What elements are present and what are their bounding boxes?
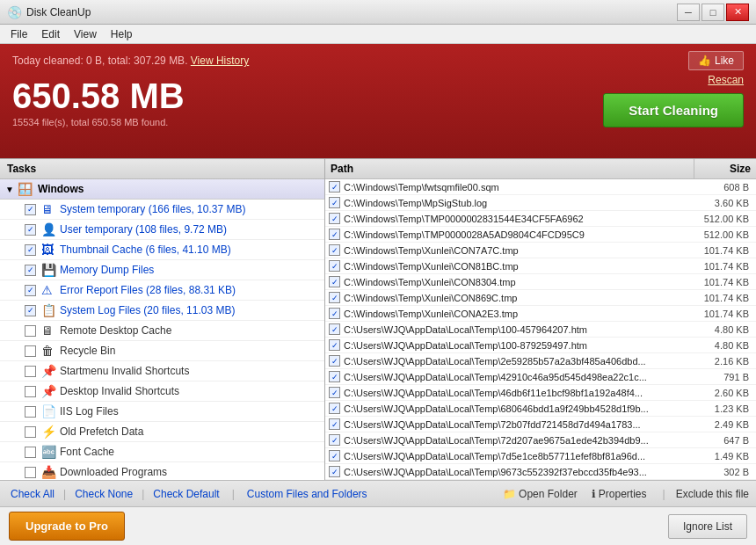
file-checkbox[interactable]: ✓	[329, 244, 340, 256]
file-row[interactable]: ✓C:\Windows\Temp\TMP0000028A5AD9804C4FCD…	[325, 227, 756, 243]
task-checkbox[interactable]: ✓	[25, 204, 36, 215]
task-item[interactable]: ✓🖼Thumbnail Cache (6 files, 41.10 MB)	[0, 240, 324, 260]
file-checkbox[interactable]: ✓	[329, 197, 340, 208]
open-folder-button[interactable]: 📁 Open Folder	[498, 486, 583, 502]
file-checkbox[interactable]: ✓	[329, 260, 340, 272]
menu-file[interactable]: File	[4, 26, 34, 42]
task-checkbox[interactable]: ✓	[25, 305, 36, 316]
file-checkbox[interactable]: ✓	[329, 181, 340, 193]
task-type-icon: 🖥	[41, 202, 55, 216]
file-checkbox[interactable]: ✓	[329, 434, 340, 446]
ignore-list-button[interactable]: Ignore List	[668, 514, 747, 539]
file-checkbox[interactable]: ✓	[329, 355, 340, 367]
file-row[interactable]: ✓C:\Users\WJQ\AppData\Local\Temp\2e59285…	[325, 353, 756, 369]
exclude-file-button[interactable]: Exclude this file	[676, 488, 749, 500]
file-row[interactable]: ✓C:\Users\WJQ\AppData\Local\Temp\72d207a…	[325, 432, 756, 448]
tasks-list[interactable]: ▼ 🪟 Windows ✓🖥System temporary (166 file…	[0, 179, 324, 480]
file-checkbox[interactable]: ✓	[329, 323, 340, 335]
file-path: C:\Windows\Temp\Xunlei\CON8304.tmp	[344, 277, 691, 287]
file-checkbox[interactable]: ✓	[329, 276, 340, 287]
file-checkbox[interactable]: ✓	[329, 339, 340, 351]
file-checkbox[interactable]: ✓	[329, 403, 340, 414]
task-item[interactable]: 🗑Recycle Bin	[0, 341, 324, 361]
files-list[interactable]: ✓C:\Windows\Temp\fwtsqmfile00.sqm608 B✓C…	[325, 179, 756, 480]
task-checkbox[interactable]: ✓	[25, 265, 36, 276]
file-checkbox[interactable]: ✓	[329, 418, 340, 430]
close-button[interactable]: ✕	[726, 4, 749, 21]
file-row[interactable]: ✓C:\Windows\Temp\MpSigStub.log3.60 KB	[325, 195, 756, 211]
task-type-icon: 📋	[41, 303, 55, 317]
file-checkbox[interactable]: ✓	[329, 387, 340, 398]
task-item[interactable]: ✓⚠Error Report Files (28 files, 88.31 KB…	[0, 280, 324, 301]
file-checkbox[interactable]: ✓	[329, 292, 340, 303]
task-item[interactable]: ✓📋System Log Files (20 files, 11.03 MB)	[0, 301, 324, 321]
task-item[interactable]: 🖥Remote Desktop Cache	[0, 321, 324, 341]
bottom-toolbar: Check All | Check None | Check Default |…	[0, 480, 756, 506]
task-checkbox[interactable]	[25, 406, 36, 418]
file-checkbox[interactable]: ✓	[329, 213, 340, 224]
file-path: C:\Users\WJQ\AppData\Local\Temp\7d5e1ce8…	[344, 451, 691, 461]
task-label: Thumbnail Cache (6 files, 41.10 MB)	[60, 243, 231, 256]
check-all-button[interactable]: Check All	[7, 486, 58, 502]
task-checkbox[interactable]: ✓	[25, 244, 36, 256]
file-row[interactable]: ✓C:\Users\WJQ\AppData\Local\Temp\72b07fd…	[325, 417, 756, 432]
menu-edit[interactable]: Edit	[34, 26, 67, 42]
start-cleaning-button[interactable]: Start Cleaning	[603, 93, 744, 127]
file-row[interactable]: ✓C:\Windows\Temp\Xunlei\CON8304.tmp101.7…	[325, 274, 756, 290]
task-checkbox[interactable]	[25, 366, 36, 377]
upgrade-to-pro-button[interactable]: Upgrade to Pro	[9, 512, 125, 541]
custom-files-button[interactable]: Custom Files and Folders	[244, 486, 371, 502]
task-checkbox[interactable]	[25, 426, 36, 438]
file-row[interactable]: ✓C:\Windows\Temp\Xunlei\CON7A7C.tmp101.7…	[325, 243, 756, 258]
task-checkbox[interactable]: ✓	[25, 285, 36, 296]
task-checkbox[interactable]	[25, 325, 36, 337]
file-row[interactable]: ✓C:\Users\WJQ\AppData\Local\Temp\9673c55…	[325, 464, 756, 480]
file-checkbox[interactable]: ✓	[329, 450, 340, 461]
task-category-windows[interactable]: ▼ 🪟 Windows	[0, 179, 324, 200]
task-type-icon: 📌	[41, 364, 55, 378]
file-row[interactable]: ✓C:\Users\WJQ\AppData\Local\Temp\42910c4…	[325, 369, 756, 385]
minimize-button[interactable]: ─	[677, 4, 700, 21]
task-checkbox[interactable]	[25, 447, 36, 458]
file-row[interactable]: ✓C:\Windows\Temp\Xunlei\CONA2E3.tmp101.7…	[325, 306, 756, 322]
file-row[interactable]: ✓C:\Windows\Temp\Xunlei\CON81BC.tmp101.7…	[325, 258, 756, 274]
task-item[interactable]: 📄IIS Log Files	[0, 402, 324, 422]
task-item[interactable]: 🔤Font Cache	[0, 442, 324, 462]
menu-view[interactable]: View	[67, 26, 104, 42]
file-path: C:\Windows\Temp\MpSigStub.log	[344, 198, 691, 208]
task-item[interactable]: 📌Startmenu Invalid Shortcuts	[0, 361, 324, 382]
task-item[interactable]: ✓🖥System temporary (166 files, 10.37 MB)	[0, 200, 324, 220]
view-history-link[interactable]: View History	[191, 54, 249, 67]
file-checkbox[interactable]: ✓	[329, 371, 340, 382]
check-none-button[interactable]: Check None	[71, 486, 136, 502]
file-row[interactable]: ✓C:\Users\WJQ\AppData\Local\Temp\7d5e1ce…	[325, 448, 756, 464]
menu-help[interactable]: Help	[104, 26, 140, 42]
check-default-button[interactable]: Check Default	[149, 486, 222, 502]
file-size: 4.80 KB	[691, 340, 752, 351]
task-checkbox[interactable]	[25, 386, 36, 397]
task-item[interactable]: ✓💾Memory Dump Files	[0, 260, 324, 280]
file-row[interactable]: ✓C:\Users\WJQ\AppData\Local\Temp\100-457…	[325, 322, 756, 338]
file-size: 302 B	[691, 467, 752, 477]
rescan-button[interactable]: Rescan	[708, 74, 744, 86]
task-item[interactable]: 📌Desktop Invalid Shortcuts	[0, 382, 324, 402]
file-row[interactable]: ✓C:\Users\WJQ\AppData\Local\Temp\100-879…	[325, 338, 756, 353]
tasks-header: Tasks	[0, 159, 324, 179]
file-row[interactable]: ✓C:\Users\WJQ\AppData\Local\Temp\46db6f1…	[325, 385, 756, 401]
file-checkbox[interactable]: ✓	[329, 466, 340, 477]
file-row[interactable]: ✓C:\Windows\Temp\Xunlei\CON869C.tmp101.7…	[325, 290, 756, 306]
file-checkbox[interactable]: ✓	[329, 229, 340, 240]
task-checkbox[interactable]: ✓	[25, 224, 36, 236]
file-row[interactable]: ✓C:\Users\WJQ\AppData\Local\Temp\680646b…	[325, 401, 756, 417]
file-row[interactable]: ✓C:\Windows\Temp\fwtsqmfile00.sqm608 B	[325, 179, 756, 195]
like-button[interactable]: 👍 Like	[688, 51, 744, 70]
task-checkbox[interactable]	[25, 345, 36, 357]
task-item[interactable]: ✓👤User temporary (108 files, 9.72 MB)	[0, 220, 324, 240]
file-checkbox[interactable]: ✓	[329, 308, 340, 319]
task-checkbox[interactable]	[25, 467, 36, 478]
properties-button[interactable]: ℹ Properties	[586, 486, 652, 502]
maximize-button[interactable]: □	[701, 4, 724, 21]
task-item[interactable]: 📥Downloaded Programs	[0, 462, 324, 480]
file-row[interactable]: ✓C:\Windows\Temp\TMP0000002831544E34CF5F…	[325, 211, 756, 227]
task-item[interactable]: ⚡Old Prefetch Data	[0, 422, 324, 442]
